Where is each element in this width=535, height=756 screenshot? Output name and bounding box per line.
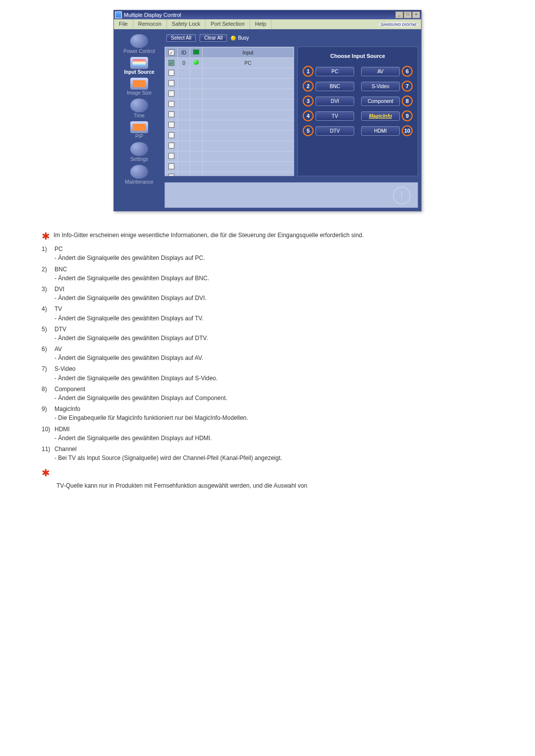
row-checkbox[interactable] [168, 60, 174, 66]
sidebar-label: Time [117, 113, 161, 118]
maximize-button[interactable]: □ [404, 11, 412, 18]
power-icon [130, 34, 148, 48]
item-number: 2) [42, 265, 54, 282]
sidebar-settings[interactable]: Settings [117, 140, 161, 162]
app-title: Multiple Display Control [124, 12, 181, 18]
item-title: Channel [54, 445, 493, 453]
input-pc-button[interactable]: PC [316, 67, 354, 76]
item-number: 11) [42, 445, 54, 462]
input-source-icon [130, 57, 148, 69]
row-checkbox[interactable] [168, 174, 174, 176]
grid-row [165, 141, 294, 151]
grid-header-check[interactable] [165, 48, 178, 58]
grid-row [165, 172, 294, 177]
status-bar: ! [164, 182, 418, 208]
brand-logo: SAMSUNG DIGITall [378, 22, 419, 27]
callout-6: 6 [402, 66, 413, 77]
clear-all-button[interactable]: Clear All [200, 34, 227, 42]
app-icon [115, 11, 122, 18]
close-button[interactable]: × [412, 11, 420, 18]
menu-remocon[interactable]: Remocon [133, 19, 167, 29]
numbered-list: 1)PC- Ändert die Signalquelle des gewähl… [42, 245, 493, 462]
item-number: 5) [42, 325, 54, 342]
select-all-button[interactable]: Select All [166, 34, 196, 42]
item-title: TV [54, 305, 493, 313]
sidebar-label: Input Source [117, 69, 161, 75]
item-number: 7) [42, 365, 54, 382]
row-input: PC [203, 58, 294, 68]
row-checkbox[interactable] [168, 122, 174, 128]
callout-7: 7 [402, 81, 413, 92]
grid-header-status[interactable] [190, 48, 203, 58]
item-desc: - Ändert die Signalquelle des gewählten … [54, 394, 493, 402]
sidebar-label: PIP [117, 134, 161, 139]
row-checkbox[interactable] [168, 163, 174, 169]
sidebar-label: Settings [117, 156, 161, 162]
grid-row [165, 68, 294, 79]
input-svideo-button[interactable]: S-Video [361, 82, 400, 91]
sidebar-image-size[interactable]: Image Size [117, 76, 161, 96]
row-checkbox[interactable] [168, 80, 174, 86]
grid-row [165, 120, 294, 131]
row-checkbox[interactable] [168, 132, 174, 138]
sidebar-maintenance[interactable]: Maintenance [117, 163, 161, 185]
row-id: 0 [178, 58, 190, 68]
item-number: 8) [42, 385, 54, 402]
sidebar-power-control[interactable]: Power Control [117, 32, 161, 54]
grid-row [165, 162, 294, 172]
intro-text: Im Info-Gitter erscheinen einige wesentl… [54, 231, 364, 239]
item-number: 4) [42, 305, 54, 322]
grid-row [165, 110, 294, 120]
checkbox-icon [168, 50, 174, 55]
input-magicinfo-button[interactable]: MagicInfo [361, 111, 400, 121]
input-dvi-button[interactable]: DVI [316, 97, 354, 106]
menu-help[interactable]: Help [250, 19, 272, 29]
input-hdmi-button[interactable]: HDMI [361, 126, 400, 136]
item-desc: - Ändert die Signalquelle des gewählten … [54, 274, 493, 282]
callout-3: 3 [303, 96, 314, 106]
info-grid[interactable]: ID Input 0 PC [164, 47, 294, 176]
item-number: 9) [42, 405, 54, 422]
item-desc: - Die Eingabequelle für MagicInfo funkti… [54, 414, 493, 422]
item-title: S-Video [54, 365, 493, 373]
menu-safety-lock[interactable]: Safety Lock [167, 19, 206, 29]
item-desc: - Ändert die Signalquelle des gewählten … [54, 354, 493, 362]
row-checkbox[interactable] [168, 91, 174, 97]
grid-row [165, 151, 294, 162]
sidebar-input-source[interactable]: Input Source [117, 55, 161, 75]
grid-row[interactable]: 0 PC [165, 58, 294, 68]
item-title: AV [54, 345, 493, 353]
busy-indicator: Busy [231, 35, 249, 41]
menu-file[interactable]: File [114, 19, 133, 29]
input-av-button[interactable]: AV [361, 67, 400, 76]
callout-1: 1 [303, 66, 314, 77]
row-checkbox[interactable] [168, 111, 174, 117]
input-tv-button[interactable]: TV [316, 111, 354, 121]
item-number: 6) [42, 345, 54, 362]
callout-10: 10 [402, 125, 413, 136]
row-checkbox[interactable] [168, 101, 174, 107]
input-bnc-button[interactable]: BNC [316, 82, 354, 91]
grid-header-input[interactable]: Input [203, 48, 294, 58]
minimize-button[interactable]: _ [395, 11, 403, 18]
row-checkbox[interactable] [168, 153, 174, 159]
item-title: PC [54, 245, 493, 253]
item-desc: - Bei TV als Input Source (Signalquelle)… [54, 454, 493, 462]
choose-input-panel: Choose Input Source 1PC AV6 2BNC S-Video… [297, 47, 418, 176]
callout-9: 9 [402, 110, 413, 121]
input-dtv-button[interactable]: DTV [316, 126, 354, 136]
grid-header-id[interactable]: ID [178, 48, 190, 58]
callout-5: 5 [303, 125, 314, 136]
sidebar-label: Maintenance [117, 179, 161, 185]
menubar: File Remocon Safety Lock Port Selection … [114, 19, 421, 29]
menu-port-selection[interactable]: Port Selection [206, 19, 250, 29]
sidebar-pip[interactable]: PIP [117, 119, 161, 139]
row-checkbox[interactable] [168, 70, 174, 76]
toolbar: Select All Clear All Busy [164, 32, 418, 44]
input-component-button[interactable]: Component [361, 97, 400, 106]
sidebar-time[interactable]: Time [117, 97, 161, 118]
callout-4: 4 [303, 110, 314, 121]
row-checkbox[interactable] [168, 143, 174, 149]
grid-row [165, 89, 294, 100]
grid-row [165, 131, 294, 141]
